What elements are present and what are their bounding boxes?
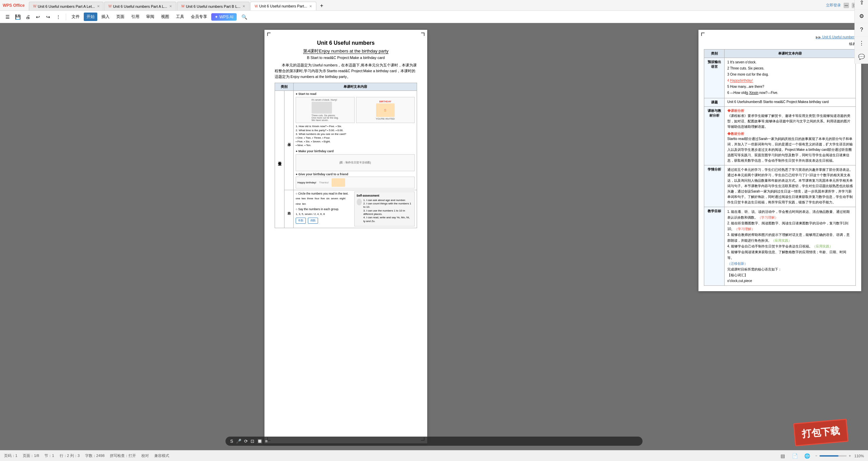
zoom-in-icon[interactable]: ＋ <box>848 453 852 458</box>
tab-4-label: Unit 6 Useful numbers Part... <box>259 4 307 8</box>
menu-file[interactable]: 文件 <box>69 13 82 21</box>
row-subtype-assist: 助本 <box>284 190 294 228</box>
right-corner-tl <box>701 33 705 36</box>
minimize-button[interactable]: — <box>844 3 849 8</box>
status-left: 页码：1 页面：1/8 节：1 行：2 列：3 字数：2498 拼写检查：打开 … <box>4 453 169 458</box>
wps-ai-label: WPS AI <box>219 15 233 19</box>
sidebar-icon-6[interactable]: 💬 <box>855 50 868 64</box>
predicted-item-6: 6 —How oldis Xinxin now?—Five. <box>727 90 853 95</box>
tab-3-close[interactable]: ✕ <box>242 4 245 8</box>
table-header-col1: 类别 <box>275 83 294 91</box>
right-th-type: 类别 <box>704 49 725 58</box>
goal-1: 1. 能在看、听、说、读的活动中，学会整点时间的表达、清点物品数量、通过初期表认… <box>727 209 853 220</box>
status-words: 字数：2498 <box>85 453 104 458</box>
goal-complete: 完成课时目标所需的核心语言如下： <box>727 266 853 272</box>
user-name[interactable]: 立即登录 <box>826 3 841 8</box>
zoom-slider[interactable] <box>820 455 847 457</box>
tab-3[interactable]: W Unit 6 Useful numbers Part B L... ✕ <box>177 2 250 11</box>
menu-tools[interactable]: 工具 <box>173 13 187 21</box>
tab-4[interactable]: W Unit 6 Useful numbers Part... ✕ <box>250 2 316 11</box>
status-right: ▤ 📄 🌐 － ＋ 110% <box>778 451 864 461</box>
row-subtype-body: 体习本 <box>284 91 294 190</box>
tab-icon-3: W <box>181 4 184 8</box>
float-icon-1[interactable]: S <box>230 439 233 444</box>
menu-hamburger-icon[interactable]: ☰ <box>3 12 12 22</box>
curriculum-text: 《课程标准》要求学生能够了解贺卡、邀请卡等应用文类型;学生能够知道语篇的类型，如… <box>727 113 853 129</box>
corner-tr <box>421 33 425 36</box>
status-section: 页面：1/8 <box>23 453 39 458</box>
main-content: Unit 6 Useful numbers 第4课时Enjoy numbers … <box>0 23 868 450</box>
print-icon[interactable]: 🖨 <box>23 12 33 22</box>
goal-5: 5. 能够学会阅读请柬来获取信息、了解数格数字的应用情境；年龄、日期、时间等。 <box>727 249 853 261</box>
goal-transfer: （迁移创新） <box>727 261 853 266</box>
view-mode-print-icon[interactable]: ▤ <box>778 451 787 461</box>
sidebar-icon-5[interactable]: ⋮ <box>855 37 868 50</box>
sidebar-icon-4[interactable]: ? <box>855 23 868 37</box>
wps-ai-icon: ✦ <box>215 15 218 19</box>
status-mode: 兼容模式 <box>154 453 169 458</box>
goals-label: 教学目标 <box>704 207 725 286</box>
left-doc-panel: Unit 6 Useful numbers 第4课时Enjoy numbers … <box>0 23 692 450</box>
goals-content: 1. 能在看、听、说、读的活动中，学会整点时间的表达、清点物品数量、通过初期表认… <box>725 207 856 286</box>
right-th-content: 单课时文本内容 <box>725 49 856 58</box>
right-table-row-predicted: 预设输出语言 1 It's seven o'clock. 2 Three cut… <box>704 58 856 98</box>
material-title: ◆教材分析 <box>727 132 853 136</box>
menu-start[interactable]: 开始 <box>84 13 97 21</box>
float-icon-mic[interactable]: 🎤 <box>236 439 241 444</box>
more-icon[interactable]: ⋮ <box>54 12 63 22</box>
menubar: ☰ 💾 🖨 ↩ ↪ ⋮ 文件 开始 插入 页面 引用 审阅 视图 工具 会员专享… <box>0 11 868 23</box>
goal-2: 2. 能在听音圈图数字、阅读图数字、阅读生日请柬图数字的活动中，复习数字1到10… <box>727 220 853 232</box>
menu-view[interactable]: 视图 <box>158 13 172 21</box>
analysis-content: ◆课标分析 《课程标准》要求学生能够了解贺卡、邀请卡等应用文类型;学生能够知道语… <box>725 107 856 165</box>
thumbnail-read1: It's seven o'clock. Hurry! Three cuts. S… <box>296 97 355 123</box>
status-colrow: 行：2 列：3 <box>60 453 80 458</box>
zoom-out-icon[interactable]: － <box>814 453 818 458</box>
search-icon[interactable]: 🔍 <box>239 12 249 22</box>
right-table-header: 类别 单课时文本内容 <box>704 49 856 58</box>
wps-ai-button[interactable]: ✦ WPS AI <box>211 13 237 21</box>
even-btn[interactable]: 偶数 <box>308 218 318 224</box>
float-icon-5[interactable]: ≡ <box>265 439 268 444</box>
tab-icon-2: W <box>108 4 112 8</box>
menu-page[interactable]: 页面 <box>114 13 127 21</box>
predicted-item-5: 5 How many...are there? <box>727 84 853 89</box>
tab-1-label: Unit 6 Useful numbers Part A Let... <box>38 4 95 8</box>
tabs-container: W Unit 6 Useful numbers Part A Let... ✕ … <box>29 0 826 11</box>
promo-badge[interactable]: 打包下载 <box>793 419 848 446</box>
menu-reference[interactable]: 引用 <box>129 13 142 21</box>
tab-1-close[interactable]: ✕ <box>97 4 100 8</box>
undo-icon[interactable]: ↩ <box>33 12 43 22</box>
right-table-row-analysis: 课标与教材分析 ◆课标分析 《课程标准》要求学生能够了解贺卡、邀请卡等应用文类型… <box>704 107 856 165</box>
titlebar: WPS Office W Unit 6 Useful numbers Part … <box>0 0 868 11</box>
odd-btn[interactable]: 奇数 <box>296 218 306 224</box>
self-assessment-box: Self-assessment 1. I can ask about age a… <box>354 192 415 227</box>
menu-member[interactable]: 会员专享 <box>188 13 210 21</box>
redo-icon[interactable]: ↪ <box>43 12 53 22</box>
statusbar: 页码：1 页面：1/8 节：1 行：2 列：3 字数：2498 拼写检查：打开 … <box>0 450 868 461</box>
float-icon-4[interactable]: 🔲 <box>257 439 262 444</box>
save-icon[interactable]: 💾 <box>13 12 22 22</box>
student-content: 通过前五个单元的学习，学生们已经熟悉了学习英语的兴趣并掌握了部分英语表达。通过本… <box>725 165 856 207</box>
predicted-item-1: 1 It's seven o'clock. <box>727 60 853 65</box>
float-icon-2[interactable]: ⟳ <box>244 439 248 444</box>
right-table-row-goals: 教学目标 1. 能在看、听、说、读的活动中，学会整点时间的表达、清点物品数量、通… <box>704 207 856 286</box>
tab-2-label: Unit 6 Useful numbers Part A L... <box>113 4 167 8</box>
menu-insert[interactable]: 插入 <box>99 13 112 21</box>
right-doc-page: ▶▶ Unit 6 Useful numbers 续表 类别 单课时文本内容 预… <box>698 30 861 291</box>
float-icon-3[interactable]: ⊡ <box>251 439 254 444</box>
tab-2[interactable]: W Unit 6 Useful numbers Part A L... ✕ <box>104 2 176 11</box>
view-mode-web-icon[interactable]: 🌐 <box>802 451 812 461</box>
tab-icon-4: W <box>255 4 258 8</box>
key-words: o'clock,cut,piece <box>727 278 853 284</box>
table-row-assist: 助本 ○ Circle the numbers you read in the … <box>275 190 417 228</box>
predicted-list: 1 It's seven o'clock. 2 Three cuts. Six … <box>727 60 853 95</box>
new-tab-btn[interactable]: + <box>317 1 327 11</box>
tab-4-close[interactable]: ✕ <box>309 4 312 8</box>
table-header-row: 类别 单课时文本内容 <box>275 83 417 91</box>
wps-logo: WPS Office <box>3 3 25 8</box>
tab-2-close[interactable]: ✕ <box>169 4 172 8</box>
thumbnail-read2: BIRTHDAY 🎂 YOU'RE INVITED <box>356 97 415 123</box>
view-mode-read-icon[interactable]: 📄 <box>790 451 800 461</box>
tab-1[interactable]: W Unit 6 Useful numbers Part A Let... ✕ <box>29 2 103 11</box>
menu-review[interactable]: 审阅 <box>143 13 157 21</box>
